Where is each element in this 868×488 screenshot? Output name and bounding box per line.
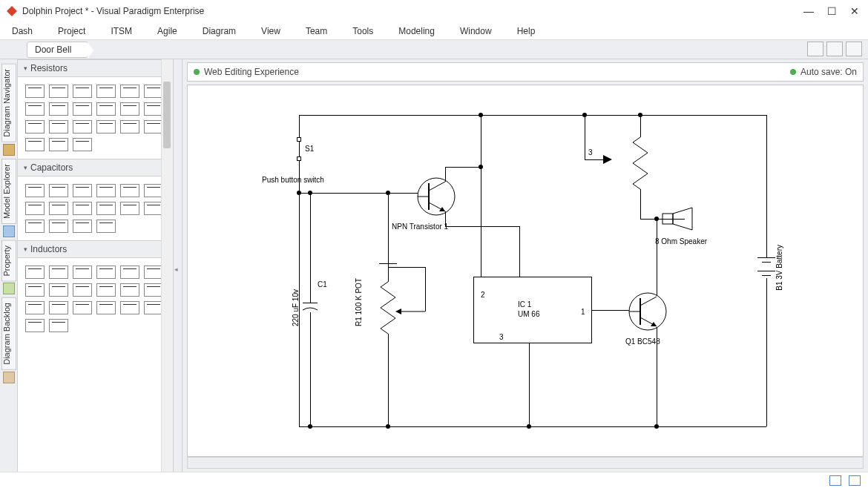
menu-itsm[interactable]: ITSM	[111, 26, 132, 36]
palette-shape[interactable]	[73, 120, 92, 133]
npn-transistor-icon	[625, 289, 670, 334]
palette-shape[interactable]	[73, 138, 92, 151]
mail-icon[interactable]	[829, 475, 841, 486]
palette-shape[interactable]	[49, 266, 68, 279]
palette-shape[interactable]	[120, 283, 139, 297]
minimize-button[interactable]: ―	[803, 5, 814, 17]
status-dot-icon	[194, 69, 200, 75]
backlog-icon	[3, 372, 15, 383]
palette-shape[interactable]	[73, 220, 92, 233]
shape-palette: Resistors Capacitors Inductors	[18, 59, 174, 472]
palette-section-resistors[interactable]: Resistors	[18, 59, 173, 77]
palette-shape[interactable]	[96, 266, 116, 279]
palette-shape[interactable]	[96, 85, 116, 98]
menu-window[interactable]: Window	[460, 26, 492, 36]
palette-shape[interactable]	[25, 184, 45, 197]
diagram-canvas[interactable]: B1 3V Battery S1 Push button switch C1	[187, 85, 864, 457]
palette-shape[interactable]	[73, 85, 92, 98]
maximize-button[interactable]: ☐	[827, 5, 837, 17]
palette-shape[interactable]	[25, 301, 45, 314]
palette-shape[interactable]	[120, 266, 139, 279]
palette-shape[interactable]	[49, 283, 68, 297]
menu-project[interactable]: Project	[58, 26, 85, 36]
palette-shape[interactable]	[96, 184, 116, 197]
palette-shape[interactable]	[25, 283, 45, 297]
svg-marker-8	[439, 207, 445, 211]
status-left[interactable]: Web Editing Experience	[204, 67, 299, 77]
palette-shape[interactable]	[25, 120, 45, 133]
tab-door-bell[interactable]: Door Bell	[27, 42, 88, 58]
close-button[interactable]: ✕	[850, 5, 859, 17]
menu-help[interactable]: Help	[517, 26, 536, 36]
palette-shape[interactable]	[120, 202, 139, 215]
palette-shape[interactable]	[25, 102, 45, 116]
palette-shape[interactable]	[96, 102, 116, 116]
palette-shape[interactable]	[49, 120, 68, 133]
palette-shape[interactable]	[49, 102, 68, 116]
palette-shape[interactable]	[73, 102, 92, 116]
palette-shape[interactable]	[25, 85, 45, 98]
palette-shape[interactable]	[120, 120, 139, 133]
palette-shape[interactable]	[120, 102, 139, 116]
palette-shape[interactable]	[96, 202, 116, 215]
menu-diagram[interactable]: Diagram	[203, 26, 236, 36]
palette-scrollbar[interactable]	[161, 59, 173, 472]
tab-row: Door Bell	[0, 40, 868, 59]
palette-section-inductors[interactable]: Inductors	[18, 240, 173, 258]
svg-marker-2	[395, 309, 401, 314]
svg-line-13	[640, 297, 657, 306]
label-ic1b: UM 66	[518, 310, 539, 318]
side-tab-diagram-navigator[interactable]: Diagram Navigator	[1, 64, 16, 142]
palette-shape[interactable]	[96, 120, 116, 133]
palette-shape[interactable]	[73, 301, 92, 314]
scrollbar-thumb[interactable]	[163, 82, 171, 148]
palette-shape[interactable]	[96, 301, 116, 314]
palette-shape[interactable]	[96, 220, 116, 233]
side-tab-diagram-backlog[interactable]: Diagram Backlog	[1, 297, 16, 370]
palette-shape[interactable]	[49, 184, 68, 197]
palette-shape[interactable]	[73, 283, 92, 297]
palette-section-capacitors[interactable]: Capacitors	[18, 159, 173, 177]
palette-shape[interactable]	[49, 301, 68, 314]
palette-shape[interactable]	[49, 319, 68, 332]
palette-shape[interactable]	[25, 266, 45, 279]
menu-dash[interactable]: Dash	[12, 26, 33, 36]
npn-transistor-icon	[414, 174, 458, 219]
splitter[interactable]	[174, 59, 183, 472]
side-tab-model-explorer[interactable]: Model Explorer	[1, 159, 16, 224]
label-battery: B1 3V Battery	[775, 245, 783, 291]
menu-modeling[interactable]: Modeling	[398, 26, 435, 36]
switch-terminal	[297, 137, 301, 142]
palette-shape[interactable]	[49, 220, 68, 233]
label-c1: C1	[318, 280, 327, 288]
speaker-icon	[662, 208, 700, 230]
palette-shape[interactable]	[73, 202, 92, 215]
palette-shape[interactable]	[73, 184, 92, 197]
doc-icon[interactable]	[849, 475, 861, 486]
menu-view[interactable]: View	[261, 26, 280, 36]
palette-shape[interactable]	[25, 220, 45, 233]
palette-shape[interactable]	[96, 283, 116, 297]
announce-icon[interactable]	[807, 42, 823, 56]
menu-agile[interactable]: Agile	[157, 26, 177, 36]
label-s1: S1	[305, 145, 314, 153]
palette-shape[interactable]	[120, 184, 139, 197]
menu-tools[interactable]: Tools	[352, 26, 373, 36]
menu-team[interactable]: Team	[306, 26, 327, 36]
palette-shape[interactable]	[49, 138, 68, 151]
status-right: Auto save: On	[800, 67, 857, 77]
palette-shape[interactable]	[25, 202, 45, 215]
palette-shape[interactable]	[73, 266, 92, 279]
side-tab-property[interactable]: Property	[1, 240, 16, 282]
palette-shape[interactable]	[25, 138, 45, 151]
palette-shape[interactable]	[25, 319, 45, 332]
panel-toggle-icon[interactable]	[846, 42, 862, 56]
palette-shape[interactable]	[49, 202, 68, 215]
canvas-horizontal-scrollbar[interactable]	[187, 457, 864, 469]
pot-wiper-icon	[395, 304, 425, 319]
palette-shape[interactable]	[49, 85, 68, 98]
palette-shape[interactable]	[120, 301, 139, 314]
svg-marker-17	[673, 208, 692, 230]
layout-icon[interactable]	[826, 42, 843, 56]
palette-shape[interactable]	[120, 85, 139, 98]
